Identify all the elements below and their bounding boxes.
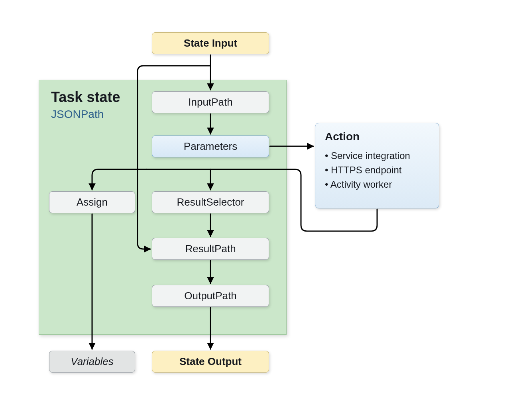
node-assign-label: Assign [77, 196, 108, 208]
action-item-1: HTTPS endpoint [325, 163, 429, 177]
task-state-subtitle: JSONPath [51, 108, 104, 121]
task-state-title: Task state [51, 89, 120, 106]
node-assign: Assign [49, 191, 135, 213]
node-state-input-label: State Input [184, 37, 237, 49]
action-item-2: Activity worker [325, 177, 429, 192]
node-output-path-label: OutputPath [184, 290, 237, 302]
node-parameters-label: Parameters [184, 140, 237, 153]
node-state-output: State Output [152, 351, 269, 373]
node-state-input: State Input [152, 32, 269, 54]
action-item-0: Service integration [325, 149, 429, 163]
node-state-output-label: State Output [179, 355, 242, 368]
action-list: Service integration HTTPS endpoint Activ… [325, 149, 429, 192]
node-result-path: ResultPath [152, 238, 269, 260]
node-result-path-label: ResultPath [185, 243, 236, 255]
action-title: Action [325, 130, 429, 143]
node-input-path: InputPath [152, 91, 269, 113]
node-output-path: OutputPath [152, 285, 269, 307]
node-variables: Variables [49, 351, 135, 373]
node-result-selector: ResultSelector [152, 191, 269, 213]
node-result-selector-label: ResultSelector [177, 196, 244, 208]
node-variables-label: Variables [71, 355, 113, 368]
node-input-path-label: InputPath [188, 96, 232, 108]
action-panel: Action Service integration HTTPS endpoin… [315, 123, 439, 208]
node-parameters: Parameters [152, 135, 269, 157]
